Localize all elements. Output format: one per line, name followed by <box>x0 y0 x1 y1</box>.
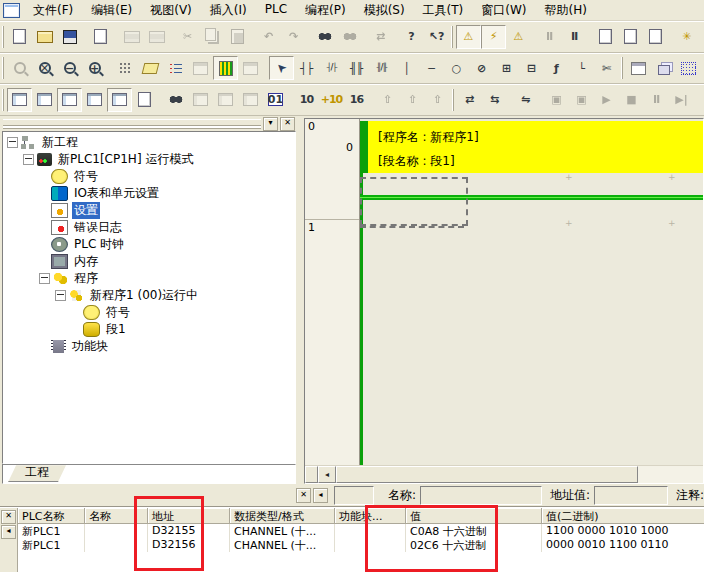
copy-button[interactable] <box>200 25 225 49</box>
horizontal-line-button[interactable]: ─ <box>419 56 444 80</box>
online-edit-begin-button[interactable]: ✳ <box>674 25 699 49</box>
find-button[interactable] <box>312 25 337 49</box>
address-value-input[interactable] <box>594 486 668 505</box>
restore-program-button[interactable] <box>238 88 263 112</box>
monitor-signed-decimal-button[interactable]: +10 <box>319 88 344 112</box>
rung-0-margin[interactable]: 0 0 <box>305 119 359 220</box>
watch-cell[interactable]: D32156 <box>148 538 230 552</box>
transfer-to-plc-button[interactable]: ⇄ <box>457 88 482 112</box>
work-online-button[interactable]: ⚡ <box>481 25 506 49</box>
workspace-grip[interactable] <box>3 119 261 126</box>
online-edit-reflect-button[interactable] <box>188 88 213 112</box>
ladder-grid[interactable]: [程序名 : 新程序1] [段名称 : 段1] + + + + <box>360 119 703 466</box>
io-comment-button[interactable]: 01 <box>263 88 288 112</box>
watch-cell[interactable]: CHANNEL (十... <box>230 538 335 552</box>
show-properties-button[interactable] <box>132 88 157 112</box>
differential-monitor-button[interactable] <box>626 56 651 80</box>
watch-cell[interactable] <box>335 538 406 552</box>
line-remove-button[interactable]: ✄ <box>594 56 619 80</box>
watch-col-header-1[interactable]: 名称 <box>85 508 148 524</box>
menu-item-7[interactable]: 工具(T) <box>414 0 473 21</box>
tree-item-2[interactable]: 符号 <box>3 168 295 185</box>
watch-cell[interactable]: 02C6 十六进制 <box>406 538 542 552</box>
online-edit-button[interactable] <box>593 25 618 49</box>
toggle-watch-window-button[interactable] <box>57 88 82 112</box>
new-fb-parameter-button[interactable]: ƒ <box>544 56 569 80</box>
menu-item-6[interactable]: 模拟(S) <box>355 0 414 21</box>
watch-col-header-3[interactable]: 数据类型/格式 <box>230 508 335 524</box>
zoom-to-fit-button[interactable]: ✕ <box>32 56 57 80</box>
tree-item-0[interactable]: 新工程 <box>3 134 295 151</box>
undo-button[interactable]: ↶ <box>256 25 281 49</box>
addrbar-close-button[interactable]: ✕ <box>296 488 311 503</box>
monitor-decimal-button[interactable]: 10 <box>294 88 319 112</box>
monitor-display-button[interactable] <box>188 56 213 80</box>
address-symbol-display-button[interactable] <box>163 56 188 80</box>
scroll-thumb[interactable] <box>336 466 638 483</box>
watch-cell[interactable] <box>85 524 148 538</box>
rung-comment-button[interactable] <box>138 56 163 80</box>
watch-cell[interactable]: 新PLC1 <box>18 538 85 552</box>
new-closed-coil-button[interactable]: ⊘ <box>469 56 494 80</box>
workspace-dropdown-button[interactable]: ▾ <box>263 117 278 131</box>
send-changes-button[interactable] <box>618 25 643 49</box>
new-coil-button[interactable]: ○ <box>444 56 469 80</box>
cut-button[interactable]: ✂ <box>175 25 200 49</box>
ladder-window-icon[interactable] <box>3 3 20 18</box>
watch-col-header-5[interactable]: 值 <box>406 508 542 524</box>
tree-item-10[interactable]: 符号 <box>3 304 295 321</box>
address-reference-button[interactable] <box>107 88 132 112</box>
vertical-splitter[interactable] <box>296 116 304 485</box>
print-button[interactable] <box>119 25 144 49</box>
watch-nav-button[interactable]: ◂ <box>1 525 16 539</box>
menu-item-4[interactable]: PLC <box>256 0 296 21</box>
transfer-from-plc-button[interactable]: ⇆ <box>482 88 507 112</box>
cross-reference-button[interactable] <box>82 88 107 112</box>
work-online-simulator-button[interactable]: ▣ <box>544 88 569 112</box>
time-chart-monitor-button[interactable] <box>676 56 701 80</box>
view-diagram-button[interactable] <box>88 25 113 49</box>
tree-item-8[interactable]: 程序 <box>3 270 295 287</box>
force-cancel-button[interactable]: ⇧ <box>425 88 450 112</box>
name-input[interactable] <box>420 486 542 505</box>
watch-close-button[interactable]: ✕ <box>1 510 16 524</box>
watch-col-header-2[interactable]: 地址 <box>148 508 230 524</box>
save-button[interactable] <box>57 25 82 49</box>
watch-col-header-0[interactable]: PLC名称 <box>18 508 85 524</box>
monitor-hex-button[interactable]: 16 <box>344 88 369 112</box>
new-or-contact-button[interactable]: ╢╟ <box>344 56 369 80</box>
replace-button[interactable] <box>337 25 362 49</box>
simulator-connect-button[interactable]: ▣ <box>569 88 594 112</box>
sim-step-run-button[interactable]: ▶| <box>669 88 694 112</box>
new-contact-button[interactable]: ┤├ <box>294 56 319 80</box>
pause-monitor-button[interactable]: Ⅱ <box>537 25 562 49</box>
tree-expand-box[interactable] <box>7 137 18 148</box>
watch-cell[interactable]: D32155 <box>148 524 230 538</box>
paste-button[interactable] <box>225 25 250 49</box>
new-closed-contact-button[interactable]: ┤/├ <box>319 56 344 80</box>
scroll-left-button[interactable]: ◂ <box>318 466 336 483</box>
tree-item-1[interactable]: 新PLC1[CP1H] 运行模式 <box>3 151 295 168</box>
menu-item-0[interactable]: 文件(F) <box>24 0 82 21</box>
watch-cell[interactable]: C0A8 十六进制 <box>406 524 542 538</box>
watch-row-0[interactable]: 新PLC1D32155CHANNEL (十...C0A8 十六进制1100 00… <box>18 524 704 538</box>
workspace-close-button[interactable]: ✕ <box>280 117 295 131</box>
redo-button[interactable]: ↷ <box>281 25 306 49</box>
tab-project[interactable]: 工程 <box>8 465 66 482</box>
toggle-project-window-button[interactable] <box>7 88 32 112</box>
sim-stop-button[interactable]: ■ <box>619 88 644 112</box>
watch-cell[interactable]: CHANNEL (十... <box>230 524 335 538</box>
menu-item-3[interactable]: 插入(I) <box>201 0 256 21</box>
compile-program-button[interactable]: ⚠ <box>456 25 481 49</box>
zoom-tool-button[interactable] <box>7 56 32 80</box>
tree-item-7[interactable]: 内存 <box>3 253 295 270</box>
retrieve-program-button[interactable] <box>213 88 238 112</box>
menu-item-2[interactable]: 视图(V) <box>141 0 201 21</box>
menu-item-9[interactable]: 帮助(H) <box>536 0 596 21</box>
pause-button[interactable]: Ⅱ <box>562 25 587 49</box>
tree-expand-box[interactable] <box>55 290 66 301</box>
tree-item-11[interactable]: 段1 <box>3 321 295 338</box>
addrbar-nav-button[interactable]: ◂ <box>313 488 328 503</box>
print-preview-button[interactable] <box>144 25 169 49</box>
zoom-out-button[interactable]: − <box>57 56 82 80</box>
